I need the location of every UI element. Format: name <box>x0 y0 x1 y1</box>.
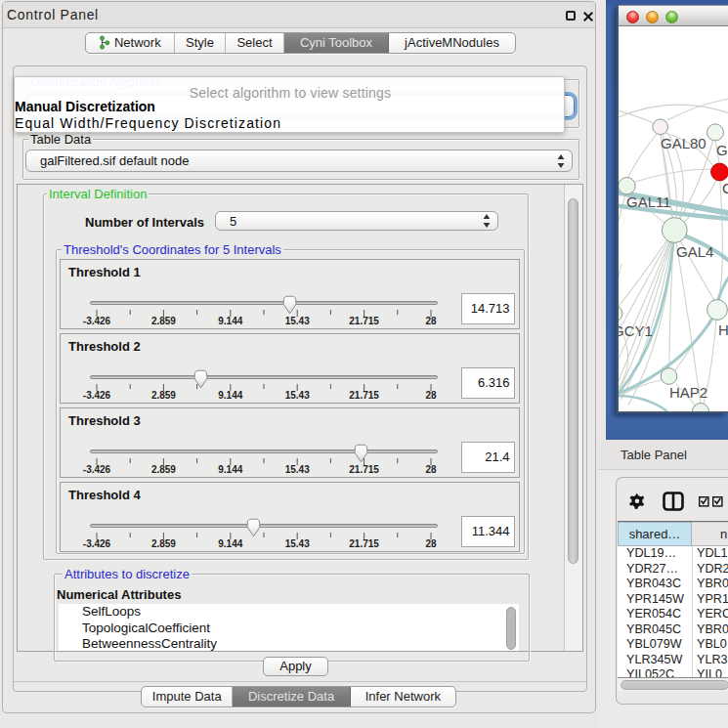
svg-text:G.: G. <box>716 142 728 158</box>
svg-text:GAL80: GAL80 <box>661 135 707 151</box>
svg-text:C: C <box>722 180 728 196</box>
svg-text:GAL4: GAL4 <box>676 243 713 260</box>
svg-text:GCY1: GCY1 <box>619 322 653 339</box>
svg-text:HAP2: HAP2 <box>669 384 707 401</box>
svg-text:GAL11: GAL11 <box>626 193 671 210</box>
svg-text:H: H <box>718 321 728 338</box>
